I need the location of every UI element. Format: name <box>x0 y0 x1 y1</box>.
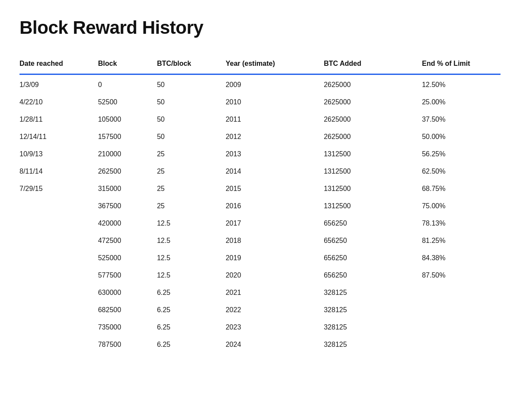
table-row: 10/9/13210000252013131250056.25% <box>20 145 500 163</box>
cell-date <box>20 249 98 267</box>
cell-endlimit <box>422 336 500 353</box>
cell-btcadded: 2625000 <box>324 94 422 111</box>
cell-btcblock: 50 <box>157 128 226 145</box>
cell-date: 4/22/10 <box>20 94 98 111</box>
cell-btcblock: 25 <box>157 145 226 163</box>
cell-year: 2023 <box>226 319 324 336</box>
cell-year: 2018 <box>226 232 324 249</box>
cell-btcblock: 12.5 <box>157 215 226 232</box>
cell-date <box>20 336 98 353</box>
cell-btcblock: 50 <box>157 94 226 111</box>
cell-btcadded: 328125 <box>324 284 422 301</box>
table-row: 57750012.5202065625087.50% <box>20 267 500 284</box>
table-row: 47250012.5201865625081.25% <box>20 232 500 249</box>
block-reward-table: Date reached Block BTC/block Year (estim… <box>20 55 500 353</box>
cell-btcadded: 656250 <box>324 215 422 232</box>
cell-date <box>20 284 98 301</box>
cell-block: 472500 <box>98 232 157 249</box>
cell-block: 0 <box>98 74 157 94</box>
cell-btcadded: 1312500 <box>324 145 422 163</box>
cell-endlimit <box>422 284 500 301</box>
cell-block: 630000 <box>98 284 157 301</box>
page-title: Block Reward History <box>20 17 500 38</box>
cell-year: 2013 <box>226 145 324 163</box>
col-header-date: Date reached <box>20 55 98 74</box>
table-row: 4/22/1052500502010262500025.00% <box>20 94 500 111</box>
cell-date <box>20 215 98 232</box>
cell-year: 2010 <box>226 94 324 111</box>
cell-block: 210000 <box>98 145 157 163</box>
cell-endlimit: 62.50% <box>422 163 500 180</box>
cell-btcblock: 50 <box>157 74 226 94</box>
cell-endlimit: 12.50% <box>422 74 500 94</box>
cell-date <box>20 319 98 336</box>
table-row: 6300006.252021328125 <box>20 284 500 301</box>
cell-btcblock: 12.5 <box>157 249 226 267</box>
cell-block: 787500 <box>98 336 157 353</box>
cell-block: 735000 <box>98 319 157 336</box>
cell-date: 8/11/14 <box>20 163 98 180</box>
cell-btcblock: 50 <box>157 111 226 128</box>
cell-block: 577500 <box>98 267 157 284</box>
cell-btcblock: 6.25 <box>157 319 226 336</box>
table-row: 7350006.252023328125 <box>20 319 500 336</box>
cell-btcblock: 25 <box>157 163 226 180</box>
cell-year: 2016 <box>226 197 324 215</box>
table-row: 12/14/11157500502012262500050.00% <box>20 128 500 145</box>
cell-btcblock: 6.25 <box>157 301 226 319</box>
cell-btcblock: 12.5 <box>157 267 226 284</box>
cell-year: 2019 <box>226 249 324 267</box>
table-row: 1/28/11105000502011262500037.50% <box>20 111 500 128</box>
cell-date <box>20 232 98 249</box>
cell-endlimit: 68.75% <box>422 180 500 197</box>
cell-date <box>20 197 98 215</box>
cell-btcadded: 328125 <box>324 301 422 319</box>
cell-year: 2014 <box>226 163 324 180</box>
cell-endlimit: 87.50% <box>422 267 500 284</box>
cell-btcadded: 328125 <box>324 336 422 353</box>
table-container: Date reached Block BTC/block Year (estim… <box>20 55 500 353</box>
cell-btcadded: 2625000 <box>324 128 422 145</box>
cell-year: 2020 <box>226 267 324 284</box>
table-row: 42000012.5201765625078.13% <box>20 215 500 232</box>
cell-endlimit: 50.00% <box>422 128 500 145</box>
cell-year: 2021 <box>226 284 324 301</box>
cell-btcadded: 1312500 <box>324 180 422 197</box>
table-row: 6825006.252022328125 <box>20 301 500 319</box>
cell-endlimit: 81.25% <box>422 232 500 249</box>
cell-btcadded: 656250 <box>324 232 422 249</box>
cell-block: 315000 <box>98 180 157 197</box>
cell-block: 105000 <box>98 111 157 128</box>
cell-block: 420000 <box>98 215 157 232</box>
col-header-btcblock: BTC/block <box>157 55 226 74</box>
cell-date: 12/14/11 <box>20 128 98 145</box>
cell-endlimit <box>422 301 500 319</box>
cell-block: 525000 <box>98 249 157 267</box>
cell-block: 682500 <box>98 301 157 319</box>
col-header-year: Year (estimate) <box>226 55 324 74</box>
cell-date: 10/9/13 <box>20 145 98 163</box>
cell-block: 52500 <box>98 94 157 111</box>
cell-btcblock: 6.25 <box>157 284 226 301</box>
cell-btcadded: 656250 <box>324 267 422 284</box>
table-row: 1/3/090502009262500012.50% <box>20 74 500 94</box>
cell-year: 2009 <box>226 74 324 94</box>
col-header-block: Block <box>98 55 157 74</box>
cell-btcadded: 1312500 <box>324 163 422 180</box>
cell-btcblock: 12.5 <box>157 232 226 249</box>
cell-endlimit <box>422 319 500 336</box>
cell-btcadded: 328125 <box>324 319 422 336</box>
cell-year: 2011 <box>226 111 324 128</box>
cell-block: 157500 <box>98 128 157 145</box>
cell-btcblock: 25 <box>157 197 226 215</box>
cell-btcadded: 2625000 <box>324 111 422 128</box>
cell-year: 2022 <box>226 301 324 319</box>
cell-date: 1/28/11 <box>20 111 98 128</box>
cell-endlimit: 75.00% <box>422 197 500 215</box>
cell-btcblock: 25 <box>157 180 226 197</box>
cell-endlimit: 56.25% <box>422 145 500 163</box>
cell-block: 262500 <box>98 163 157 180</box>
cell-date <box>20 301 98 319</box>
cell-year: 2024 <box>226 336 324 353</box>
cell-btcadded: 1312500 <box>324 197 422 215</box>
